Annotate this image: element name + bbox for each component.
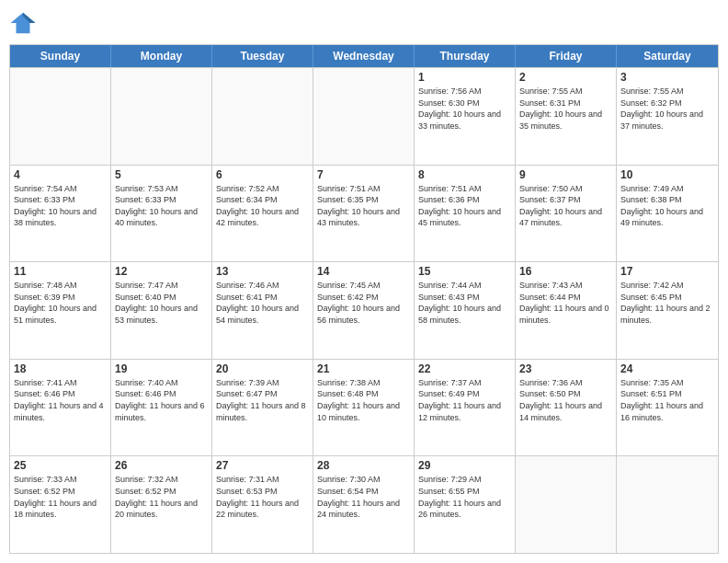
calendar: SundayMondayTuesdayWednesdayThursdayFrid…: [9, 44, 719, 554]
day-number: 1: [418, 71, 511, 84]
day-info: Sunrise: 7:44 AMSunset: 6:43 PMDaylight:…: [418, 280, 511, 326]
day-number: 12: [115, 265, 208, 278]
day-info: Sunrise: 7:54 AMSunset: 6:33 PMDaylight:…: [14, 183, 107, 229]
calendar-cell: 11 Sunrise: 7:48 AMSunset: 6:39 PMDaylig…: [10, 262, 111, 359]
day-number: 16: [519, 265, 612, 278]
day-info: Sunrise: 7:30 AMSunset: 6:54 PMDaylight:…: [317, 474, 410, 520]
day-info: Sunrise: 7:42 AMSunset: 6:45 PMDaylight:…: [620, 280, 714, 326]
day-info: Sunrise: 7:48 AMSunset: 6:39 PMDaylight:…: [14, 280, 107, 326]
calendar-cell: 23 Sunrise: 7:36 AMSunset: 6:50 PMDaylig…: [516, 360, 617, 456]
day-number: 13: [216, 265, 309, 278]
calendar-cell: 15 Sunrise: 7:44 AMSunset: 6:43 PMDaylig…: [415, 262, 516, 359]
day-info: Sunrise: 7:51 AMSunset: 6:35 PMDaylight:…: [317, 183, 410, 229]
day-number: 9: [519, 168, 612, 181]
day-number: 26: [115, 459, 208, 472]
day-info: Sunrise: 7:38 AMSunset: 6:48 PMDaylight:…: [317, 377, 410, 423]
page-header: [9, 9, 719, 37]
calendar-cell: 25 Sunrise: 7:33 AMSunset: 6:52 PMDaylig…: [10, 456, 111, 553]
day-info: Sunrise: 7:55 AMSunset: 6:32 PMDaylight:…: [620, 86, 714, 132]
day-info: Sunrise: 7:51 AMSunset: 6:36 PMDaylight:…: [418, 183, 511, 229]
day-number: 8: [418, 168, 511, 181]
day-info: Sunrise: 7:53 AMSunset: 6:33 PMDaylight:…: [115, 183, 208, 229]
calendar-cell: 2 Sunrise: 7:55 AMSunset: 6:31 PMDayligh…: [516, 68, 617, 165]
calendar-row: 11 Sunrise: 7:48 AMSunset: 6:39 PMDaylig…: [10, 261, 718, 359]
day-info: Sunrise: 7:56 AMSunset: 6:30 PMDaylight:…: [418, 86, 511, 132]
calendar-cell: [111, 68, 212, 165]
day-number: 29: [418, 459, 511, 472]
calendar-cell: 26 Sunrise: 7:32 AMSunset: 6:52 PMDaylig…: [111, 456, 212, 553]
calendar-cell: 13 Sunrise: 7:46 AMSunset: 6:41 PMDaylig…: [212, 262, 313, 359]
day-number: 7: [317, 168, 410, 181]
day-number: 25: [14, 459, 107, 472]
calendar-cell: 3 Sunrise: 7:55 AMSunset: 6:32 PMDayligh…: [617, 68, 718, 165]
calendar-row: 1 Sunrise: 7:56 AMSunset: 6:30 PMDayligh…: [10, 67, 718, 165]
calendar-cell: 16 Sunrise: 7:43 AMSunset: 6:44 PMDaylig…: [516, 262, 617, 359]
day-info: Sunrise: 7:36 AMSunset: 6:50 PMDaylight:…: [519, 377, 612, 423]
calendar-cell: 24 Sunrise: 7:35 AMSunset: 6:51 PMDaylig…: [617, 360, 718, 456]
calendar-cell: 17 Sunrise: 7:42 AMSunset: 6:45 PMDaylig…: [617, 262, 718, 359]
calendar-cell: [212, 68, 313, 165]
day-info: Sunrise: 7:32 AMSunset: 6:52 PMDaylight:…: [115, 474, 208, 520]
day-info: Sunrise: 7:39 AMSunset: 6:47 PMDaylight:…: [216, 377, 309, 423]
day-info: Sunrise: 7:29 AMSunset: 6:55 PMDaylight:…: [418, 474, 511, 520]
calendar-header: SundayMondayTuesdayWednesdayThursdayFrid…: [10, 45, 718, 67]
calendar-row: 4 Sunrise: 7:54 AMSunset: 6:33 PMDayligh…: [10, 165, 718, 262]
calendar-cell: 22 Sunrise: 7:37 AMSunset: 6:49 PMDaylig…: [415, 360, 516, 456]
day-number: 17: [620, 265, 714, 278]
calendar-cell: 9 Sunrise: 7:50 AMSunset: 6:37 PMDayligh…: [516, 166, 617, 262]
day-info: Sunrise: 7:49 AMSunset: 6:38 PMDaylight:…: [620, 183, 714, 229]
calendar-body: 1 Sunrise: 7:56 AMSunset: 6:30 PMDayligh…: [10, 67, 718, 553]
weekday-header: Friday: [516, 45, 617, 67]
day-info: Sunrise: 7:41 AMSunset: 6:46 PMDaylight:…: [14, 377, 107, 423]
calendar-cell: 27 Sunrise: 7:31 AMSunset: 6:53 PMDaylig…: [212, 456, 313, 553]
day-number: 22: [418, 362, 511, 375]
calendar-cell: 20 Sunrise: 7:39 AMSunset: 6:47 PMDaylig…: [212, 360, 313, 456]
calendar-page: SundayMondayTuesdayWednesdayThursdayFrid…: [0, 0, 728, 563]
day-number: 14: [317, 265, 410, 278]
day-info: Sunrise: 7:37 AMSunset: 6:49 PMDaylight:…: [418, 377, 511, 423]
day-number: 19: [115, 362, 208, 375]
day-number: 11: [14, 265, 107, 278]
day-number: 27: [216, 459, 309, 472]
calendar-cell: 12 Sunrise: 7:47 AMSunset: 6:40 PMDaylig…: [111, 262, 212, 359]
calendar-cell: 6 Sunrise: 7:52 AMSunset: 6:34 PMDayligh…: [212, 166, 313, 262]
day-number: 2: [519, 71, 612, 84]
calendar-cell: 4 Sunrise: 7:54 AMSunset: 6:33 PMDayligh…: [10, 166, 111, 262]
day-info: Sunrise: 7:50 AMSunset: 6:37 PMDaylight:…: [519, 183, 612, 229]
day-info: Sunrise: 7:33 AMSunset: 6:52 PMDaylight:…: [14, 474, 107, 520]
logo: [9, 9, 40, 37]
calendar-cell: 19 Sunrise: 7:40 AMSunset: 6:46 PMDaylig…: [111, 360, 212, 456]
day-info: Sunrise: 7:35 AMSunset: 6:51 PMDaylight:…: [620, 377, 714, 423]
calendar-cell: [516, 456, 617, 553]
calendar-cell: 7 Sunrise: 7:51 AMSunset: 6:35 PMDayligh…: [313, 166, 415, 262]
weekday-header: Tuesday: [212, 45, 313, 67]
calendar-cell: [10, 68, 111, 165]
day-number: 21: [317, 362, 410, 375]
day-number: 23: [519, 362, 612, 375]
logo-icon: [9, 9, 37, 37]
weekday-header: Saturday: [617, 45, 718, 67]
day-number: 24: [620, 362, 714, 375]
day-number: 10: [620, 168, 714, 181]
calendar-cell: 18 Sunrise: 7:41 AMSunset: 6:46 PMDaylig…: [10, 360, 111, 456]
day-info: Sunrise: 7:47 AMSunset: 6:40 PMDaylight:…: [115, 280, 208, 326]
calendar-row: 18 Sunrise: 7:41 AMSunset: 6:46 PMDaylig…: [10, 359, 718, 456]
day-number: 5: [115, 168, 208, 181]
day-number: 4: [14, 168, 107, 181]
day-number: 15: [418, 265, 511, 278]
day-info: Sunrise: 7:46 AMSunset: 6:41 PMDaylight:…: [216, 280, 309, 326]
calendar-cell: 14 Sunrise: 7:45 AMSunset: 6:42 PMDaylig…: [313, 262, 415, 359]
day-info: Sunrise: 7:31 AMSunset: 6:53 PMDaylight:…: [216, 474, 309, 520]
calendar-row: 25 Sunrise: 7:33 AMSunset: 6:52 PMDaylig…: [10, 455, 718, 553]
weekday-header: Wednesday: [313, 45, 415, 67]
day-info: Sunrise: 7:43 AMSunset: 6:44 PMDaylight:…: [519, 280, 612, 326]
calendar-cell: 28 Sunrise: 7:30 AMSunset: 6:54 PMDaylig…: [313, 456, 415, 553]
calendar-cell: 10 Sunrise: 7:49 AMSunset: 6:38 PMDaylig…: [617, 166, 718, 262]
day-number: 3: [620, 71, 714, 84]
day-info: Sunrise: 7:52 AMSunset: 6:34 PMDaylight:…: [216, 183, 309, 229]
calendar-cell: 1 Sunrise: 7:56 AMSunset: 6:30 PMDayligh…: [415, 68, 516, 165]
calendar-cell: 8 Sunrise: 7:51 AMSunset: 6:36 PMDayligh…: [415, 166, 516, 262]
day-info: Sunrise: 7:55 AMSunset: 6:31 PMDaylight:…: [519, 86, 612, 132]
day-info: Sunrise: 7:45 AMSunset: 6:42 PMDaylight:…: [317, 280, 410, 326]
calendar-cell: 21 Sunrise: 7:38 AMSunset: 6:48 PMDaylig…: [313, 360, 415, 456]
